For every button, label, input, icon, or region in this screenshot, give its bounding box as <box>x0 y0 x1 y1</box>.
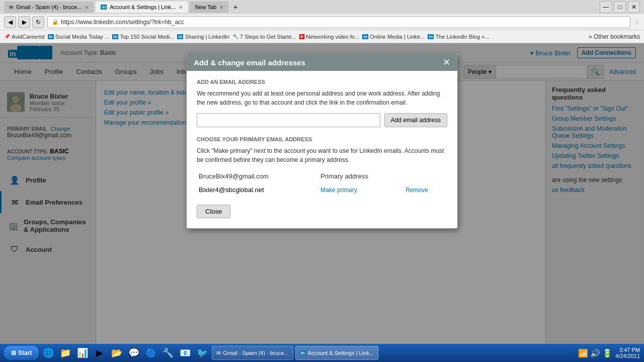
remove-email-link[interactable]: Remove <box>406 187 428 194</box>
tab-linkedin-label: Account & Settings | Link... <box>110 4 176 10</box>
network-icon[interactable]: 📶 <box>578 348 588 358</box>
tab-newtab-label: New Tab <box>195 4 216 10</box>
close-window-button[interactable]: ✕ <box>628 1 640 13</box>
modal-header: Add & change email addresses ✕ <box>187 54 457 71</box>
taskbar-dash-icon[interactable]: 📊 <box>75 346 90 360</box>
taskbar-bird-icon[interactable]: 🐦 <box>195 346 210 360</box>
modal-body: ADD AN EMAIL ADDRESS We recommend you ad… <box>187 71 457 228</box>
make-primary-link[interactable]: Make primary <box>320 187 357 194</box>
bookmarks-bar: 📌 AvidCareerist in Social Media Today ..… <box>0 30 644 43</box>
primary-badge: Primary address <box>318 169 404 183</box>
email-row-gmail: BruceBix49@gmail.com Primary address <box>197 169 447 183</box>
taskbar-mail-icon[interactable]: 📧 <box>178 346 193 360</box>
start-orb: ⊞ <box>11 349 16 356</box>
minimize-button[interactable]: — <box>600 1 612 13</box>
taskbar-tools-icon[interactable]: 🔧 <box>160 346 176 360</box>
back-button[interactable]: ◀ <box>4 16 16 28</box>
tab-gmail[interactable]: ✉ Gmail - Spam (4) - bruce... ✕ <box>4 2 94 13</box>
battery-icon[interactable]: 🔋 <box>602 348 612 358</box>
add-email-section-title: ADD AN EMAIL ADDRESS <box>197 79 447 85</box>
close-modal-button[interactable]: Close <box>197 205 230 218</box>
email-modal: Add & change email addresses ✕ ADD AN EM… <box>186 53 458 229</box>
browser-chrome: ✉ Gmail - Spam (4) - bruce... ✕ in Accou… <box>0 0 644 43</box>
refresh-button[interactable]: ↻ <box>32 16 44 28</box>
system-clock[interactable]: 3:47 PM 4/24/2011 <box>615 347 640 359</box>
maximize-button[interactable]: □ <box>614 1 626 13</box>
add-email-row: Add email address <box>197 113 447 127</box>
clock-date: 4/24/2011 <box>615 353 640 359</box>
taskbar-skype-icon[interactable]: 💬 <box>126 346 141 360</box>
bookmark-avid[interactable]: 📌 AvidCareerist <box>4 34 45 40</box>
tab-gmail-close[interactable]: ✕ <box>85 5 89 10</box>
modal-close-x-button[interactable]: ✕ <box>443 58 450 67</box>
url-text: https://www.linkedin.com/settings/?trk=h… <box>61 19 184 26</box>
new-tab-button[interactable]: + <box>230 3 240 11</box>
taskbar-linkedin-favicon: in <box>300 350 306 355</box>
sbcglobal-address: Bixler4@sbcglobal.net <box>197 183 318 197</box>
address-bar: ◀ ▶ ↻ 🔒 https://www.linkedin.com/setting… <box>0 14 644 30</box>
choose-primary-desc: Click "Make primary" next to the account… <box>197 146 447 164</box>
taskbar: ⊞ Start 🌐 📁 📊 ▶ 📂 💬 🔵 🔧 📧 🐦 ✉ Gmail - Sp… <box>0 344 644 362</box>
bookmark-star-icon[interactable]: ☆ <box>633 18 640 26</box>
tab-newtab[interactable]: New Tab ✕ <box>190 2 228 13</box>
taskbar-ie-icon[interactable]: 🌐 <box>41 346 56 360</box>
ssl-lock-icon: 🔒 <box>52 19 59 25</box>
url-bar[interactable]: 🔒 https://www.linkedin.com/settings/?trk… <box>47 16 630 28</box>
new-email-input[interactable] <box>197 113 380 127</box>
taskbar-gmail-item[interactable]: ✉ Gmail - Spam (4) - bruce... <box>212 346 293 360</box>
bookmark-blog[interactable]: in The LinkedIn Blog »... <box>428 34 489 40</box>
modal-overlay: Add & change email addresses ✕ ADD AN EM… <box>0 43 644 362</box>
clock-time: 3:47 PM <box>615 347 640 353</box>
bookmark-sharing[interactable]: in Sharing | LinkedIn <box>177 34 229 40</box>
tab-bar: ✉ Gmail - Spam (4) - bruce... ✕ in Accou… <box>0 0 644 14</box>
taskbar-gmail-favicon: ✉ <box>216 350 221 356</box>
email-table: BruceBix49@gmail.com Primary address Bix… <box>197 169 447 197</box>
forward-button[interactable]: ▶ <box>18 16 30 28</box>
taskbar-chrome-icon[interactable]: 🔵 <box>143 346 158 360</box>
gmail-address: BruceBix49@gmail.com <box>197 169 318 183</box>
add-email-button[interactable]: Add email address <box>384 113 447 127</box>
tab-linkedin-close[interactable]: ✕ <box>179 5 183 10</box>
taskbar-right: 📶 🔊 🔋 3:47 PM 4/24/2011 <box>578 347 640 359</box>
linkedin-favicon: in <box>101 5 107 10</box>
taskbar-files-icon[interactable]: 📂 <box>109 346 124 360</box>
system-tray: 📶 🔊 🔋 <box>578 348 612 358</box>
linkedin-page: inkedin Account Type: Basic ▾ Bruce Bixl… <box>0 43 644 362</box>
recommend-text: We recommend you add at least one person… <box>197 89 447 107</box>
bookmark-top150[interactable]: in Top 150 Social Medi... <box>112 34 174 40</box>
taskbar-folder-icon[interactable]: 📁 <box>58 346 73 360</box>
email-row-sbcglobal: Bixler4@sbcglobal.net Make primary Remov… <box>197 183 447 197</box>
bookmark-social1[interactable]: in Social Media Today ... <box>48 34 109 40</box>
modal-title: Add & change email addresses <box>194 58 305 67</box>
tab-gmail-label: Gmail - Spam (4) - bruce... <box>16 4 82 10</box>
bookmark-onlinemedia[interactable]: in Online Media | Linke... <box>362 34 425 40</box>
gmail-favicon: ✉ <box>9 5 13 10</box>
bookmark-networking[interactable]: B Networking video fo... <box>299 34 359 40</box>
taskbar-media-icon[interactable]: ▶ <box>92 346 107 360</box>
taskbar-linkedin-item[interactable]: in Account & Settings | Link... <box>295 346 378 360</box>
volume-icon[interactable]: 🔊 <box>590 348 600 358</box>
other-bookmarks[interactable]: » Other bookmarks <box>589 33 640 40</box>
bookmark-7steps[interactable]: 🔧 7 Steps to Get Starte... <box>232 34 296 40</box>
tab-linkedin[interactable]: in Account & Settings | Link... ✕ <box>96 2 188 13</box>
choose-primary-title: CHOOSE YOUR PRIMARY EMAIL ADDRESS <box>197 136 447 142</box>
taskbar-linkedin-label: Account & Settings | Link... <box>308 350 374 356</box>
taskbar-gmail-label: Gmail - Spam (4) - bruce... <box>223 350 288 356</box>
tab-newtab-close[interactable]: ✕ <box>219 5 223 10</box>
start-button[interactable]: ⊞ Start <box>4 346 39 360</box>
